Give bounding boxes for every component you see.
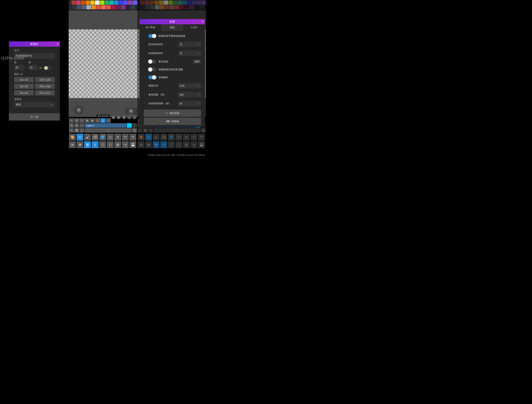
preset-button[interactable]: 32 x 32 [14,83,34,89]
two-finger-toggle[interactable] [148,34,156,38]
wrench-tool[interactable]: ✦ [114,134,121,141]
pan-joystick[interactable]: ✥ [74,105,83,115]
color-swatch[interactable] [140,5,145,9]
image-button[interactable]: 🖼 [74,128,79,133]
share-button[interactable]: ↪ [122,141,129,148]
backup-select[interactable]: 900 ▼ [178,92,201,97]
color-swatch[interactable] [192,0,196,5]
preset-button[interactable]: 16 x 16 [14,77,34,82]
color-swatch[interactable] [105,0,109,5]
menu-icon[interactable]: ≡ [132,115,137,119]
bucket-tool[interactable]: 🪣 [99,134,106,141]
frames-tool[interactable]: ⦀ [92,141,99,148]
pencil-tool[interactable]: ✏ [76,134,83,141]
color-swatch[interactable] [180,5,184,9]
color-swatch[interactable] [159,0,163,5]
frame-slot[interactable] [132,123,137,128]
color-swatch[interactable] [173,0,178,5]
help-icon[interactable]: ? [144,102,146,105]
layer-settings-button[interactable]: 🔧 [69,123,74,128]
tool-settings-button[interactable]: 🔧 [132,128,137,133]
color-swatch[interactable] [126,5,130,9]
close-icon[interactable]: ✕ [57,43,59,45]
color-swatch[interactable] [131,5,135,9]
color-swatch[interactable] [114,0,118,5]
redo-button[interactable]: ↷ [129,134,136,141]
color-swatch[interactable] [164,0,168,5]
autosave-select[interactable]: 60 ▼ [178,101,201,106]
color-swatch[interactable] [91,5,96,9]
color-swatch[interactable] [82,5,86,9]
delete-button[interactable]: 🗑 [85,118,90,123]
color-swatch[interactable] [160,5,165,9]
color-swatch[interactable] [86,0,90,5]
color-swatch[interactable] [202,0,206,5]
visibility-icon[interactable]: 👁 [74,118,79,123]
layer-visibility-button[interactable]: 👁 [74,123,79,128]
color-swatch[interactable] [165,5,170,9]
tab-ui[interactable]: 用户界面 [139,24,161,31]
layers-tool[interactable]: ≣ [84,141,91,148]
tab-system[interactable]: 系统 [161,24,183,31]
color-swatch[interactable] [178,0,182,5]
color-swatch[interactable] [106,5,111,9]
color-swatch[interactable] [140,0,145,5]
color-swatch[interactable] [72,5,76,9]
color-swatch[interactable] [175,5,179,9]
parental-toggle[interactable] [148,60,156,63]
eraser-tool[interactable]: ⌫ [92,134,99,141]
color-swatch[interactable] [154,0,159,5]
color-swatch[interactable] [155,5,160,9]
add-tool[interactable]: ⊞ [114,141,121,148]
width-input[interactable] [14,65,24,70]
color-swatch[interactable] [86,5,91,9]
layer-collapse-button[interactable]: − [79,123,84,128]
more-icon[interactable]: ⋯ [127,115,131,119]
zoom-button[interactable]: 🔍 [125,108,137,115]
color-swatch[interactable] [76,5,81,9]
color-swatch[interactable] [187,0,192,5]
color-swatch[interactable] [116,5,120,9]
color-swatch[interactable] [128,0,133,5]
color-swatch[interactable] [150,0,154,5]
undo-button[interactable]: ↶ [122,134,129,141]
pen-settings-button[interactable]: ✒ 笔的设置 ? [144,109,201,117]
timeline-icon[interactable]: ⦀ [95,118,100,123]
close-icon[interactable]: ✕ [202,20,204,23]
preset-button[interactable]: 256 x 256 [35,83,55,89]
add-frame-button[interactable]: ＋ [106,118,111,123]
color-swatch[interactable] [197,0,201,5]
color-swatch[interactable] [100,0,104,5]
help-icon[interactable]: ? [144,76,146,78]
outline-tool[interactable]: ⬠ [107,141,114,148]
play-button[interactable]: ▶ [90,118,95,123]
color-swatch[interactable] [111,5,116,9]
color-swatch[interactable] [109,0,114,5]
settings-icon[interactable]: ⚙ [111,115,116,119]
frame-number[interactable]: 1 [101,118,105,123]
shortcuts-button[interactable]: ⌨ 快捷键 [144,118,201,125]
preset-button[interactable]: 64 x 64 [14,90,34,96]
aspect-lock-toggle[interactable]: 🔒 [44,66,52,70]
long-press-select[interactable]: 无 ▼ [178,51,201,56]
bg-select[interactable]: 透明 ▼ [14,102,55,107]
brush-tool[interactable]: 🖌 [84,134,91,141]
view-icon[interactable]: 👁 [122,115,126,119]
color-swatch[interactable] [190,5,194,9]
color-swatch[interactable] [194,5,199,9]
tab-toolbar[interactable]: 工具栏 [183,24,205,31]
color-swatch[interactable] [199,5,204,9]
add-layer-button[interactable]: ＋ [69,118,74,123]
color-swatch[interactable] [183,0,187,5]
shape-tool[interactable]: ◻ [107,134,114,141]
expand-button[interactable]: ⤢ [79,128,84,133]
palette-save-toggle[interactable] [148,68,156,71]
power-save-toggle[interactable] [148,76,156,79]
color-swatch[interactable] [71,0,76,5]
color-swatch[interactable] [150,5,155,9]
preset-button[interactable]: 512 x 512 [35,90,55,96]
color-swatch[interactable] [76,0,81,5]
zoom-tool[interactable]: ⊕ [69,141,76,148]
color-swatch[interactable] [168,0,173,5]
help-icon[interactable]: ? [144,93,146,96]
